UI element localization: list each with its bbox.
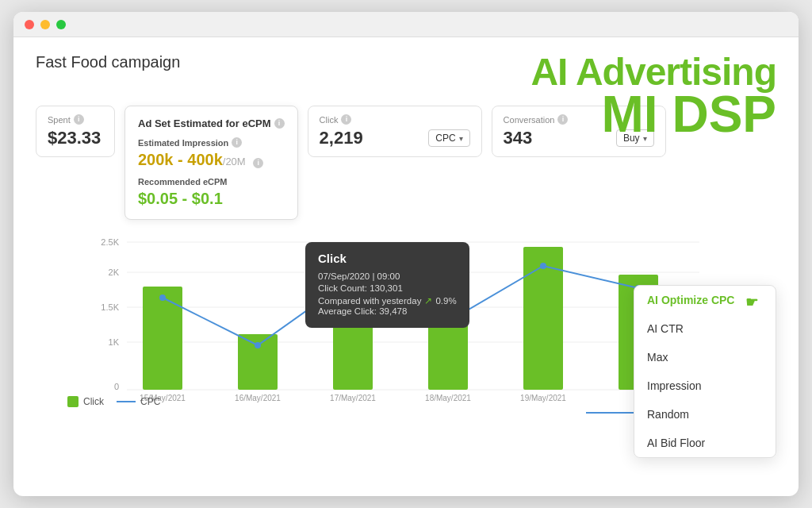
- click-card: Click i 2,219 CPC ▾: [308, 106, 482, 157]
- fullscreen-dot[interactable]: [56, 20, 66, 29]
- x-label-4: 19/May/2021: [520, 394, 566, 402]
- dropdown-item-random[interactable]: Random: [634, 400, 776, 429]
- click-info-icon[interactable]: i: [341, 114, 351, 125]
- adset-card: Ad Set Estimated for eCPM i Estimated Im…: [124, 106, 298, 220]
- line-dot-1: [255, 342, 261, 348]
- conversation-value: 343: [504, 128, 533, 148]
- app-window: Fast Food campaign AI Advertising Spent …: [13, 12, 799, 496]
- dropdown-item-ai-bid-floor[interactable]: AI Bid Floor: [634, 429, 776, 457]
- tooltip-avg: Average Click: 39,478: [318, 306, 457, 316]
- est-impression-info-icon[interactable]: i: [232, 137, 242, 148]
- tooltip-date: 07/Sep/2020 | 09:00: [318, 271, 457, 281]
- ecpm-label: Recommended eCPM: [138, 177, 285, 187]
- dropdown-item-max[interactable]: Max: [634, 343, 776, 371]
- legend-cpc: CPC: [117, 396, 160, 407]
- chart-tooltip: Click 07/Sep/2020 | 09:00 Click Count: 1…: [305, 242, 469, 328]
- tooltip-compare: Compared with yesterday ↗ 0.9%: [318, 295, 457, 306]
- dropdown-menu: AI Optimize CPC ☛ AI CTR Max Impression …: [634, 285, 776, 458]
- dropdown-item-ai-ctr[interactable]: AI CTR: [634, 314, 776, 343]
- main-content: Fast Food campaign AI Advertising Spent …: [13, 37, 799, 496]
- est-impression-value: 200k - 400k/20M i: [138, 151, 285, 169]
- y-label-1500: 1.5K: [101, 302, 119, 312]
- tooltip-title: Click: [318, 252, 457, 265]
- connector-line: [586, 412, 634, 414]
- x-label-3: 18/May/2021: [425, 394, 471, 402]
- legend-click-label: Click: [83, 396, 104, 407]
- close-dot[interactable]: [25, 20, 34, 29]
- mi-dsp-label: MI DSP: [602, 85, 776, 144]
- cursor-icon: ☛: [745, 294, 763, 311]
- spent-card: Spent i $23.33: [36, 106, 115, 157]
- y-label-2500: 2.5K: [101, 237, 119, 247]
- adset-info-icon[interactable]: i: [274, 118, 285, 129]
- page-title: Fast Food campaign: [36, 53, 180, 71]
- tooltip-click-count: Click Count: 130,301: [318, 283, 457, 293]
- legend-click-box: [67, 396, 79, 407]
- y-label-2000: 2K: [109, 267, 120, 277]
- spent-label: Spent i: [48, 114, 103, 125]
- spent-info-icon[interactable]: i: [74, 114, 84, 125]
- legend-cpc-line: [117, 401, 136, 402]
- line-dot-4: [540, 263, 546, 269]
- titlebar: [13, 12, 799, 37]
- dropdown-item-impression[interactable]: Impression: [634, 371, 776, 400]
- dropdown-item-ai-optimize-cpc[interactable]: AI Optimize CPC ☛: [634, 286, 776, 314]
- conversation-info-icon[interactable]: i: [557, 114, 568, 125]
- est-impression-label: Estimated Impression i: [138, 137, 285, 148]
- minimize-dot[interactable]: [40, 20, 50, 29]
- trend-up-icon: ↗: [424, 295, 432, 306]
- y-label-0: 0: [114, 382, 119, 391]
- spent-value: $23.33: [48, 128, 103, 148]
- click-value: 2,219: [320, 128, 363, 148]
- adset-title: Ad Set Estimated for eCPM i: [138, 117, 285, 129]
- legend-cpc-label: CPC: [140, 396, 160, 407]
- click-label: Click i: [320, 114, 470, 125]
- x-label-2: 17/May/2021: [330, 394, 376, 402]
- y-label-1000: 1K: [109, 337, 120, 347]
- ecpm-value: $0.05 - $0.1: [138, 190, 285, 208]
- chevron-down-icon: ▾: [459, 134, 463, 143]
- bar-0[interactable]: [143, 287, 182, 390]
- x-label-1: 16/May/2021: [235, 394, 281, 402]
- cpc-dropdown-button[interactable]: CPC ▾: [428, 129, 469, 147]
- imp-info-icon[interactable]: i: [253, 158, 263, 168]
- line-dot-0: [159, 294, 166, 301]
- legend-click: Click: [67, 396, 104, 407]
